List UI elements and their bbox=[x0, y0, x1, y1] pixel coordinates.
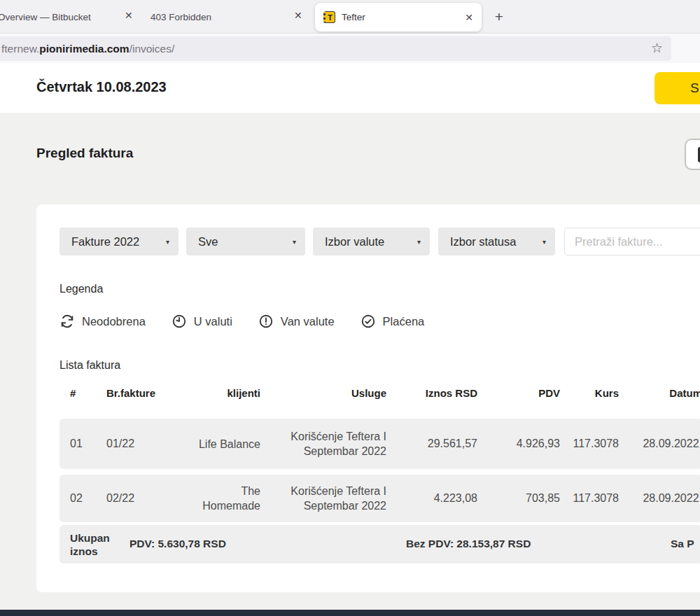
legend-label: U valuti bbox=[194, 315, 232, 328]
kurs-cell: 117.3078 bbox=[560, 438, 619, 450]
tefter-favicon-icon: T bbox=[323, 11, 335, 23]
tab-tefter-title: Tefter bbox=[342, 12, 465, 22]
year-filter-label: Fakture 2022 bbox=[71, 235, 139, 248]
page-content: Pregled faktura Fakture 2022 ▾ Sve ▾ Izb… bbox=[0, 113, 700, 610]
clock-icon bbox=[172, 314, 187, 329]
row-number: 01 bbox=[59, 438, 91, 450]
row-number: 02 bbox=[59, 492, 91, 505]
client-cell: The Homemade bbox=[172, 484, 260, 513]
client-filter-dropdown[interactable]: Sve ▾ bbox=[186, 227, 305, 255]
url-prefix: fternew. bbox=[1, 43, 39, 55]
secondary-action-button[interactable] bbox=[685, 139, 700, 170]
close-icon[interactable]: ✕ bbox=[465, 13, 473, 22]
column-header: Datum bbox=[619, 387, 700, 399]
chevron-down-icon: ▾ bbox=[542, 238, 546, 246]
legend: Neodobrena U valuti Van valute Plaćena bbox=[59, 314, 424, 329]
tab-tefter-active[interactable]: T Tefter ✕ bbox=[315, 3, 482, 31]
currency-filter-dropdown[interactable]: Izbor valute ▾ bbox=[313, 227, 430, 255]
chevron-down-icon: ▾ bbox=[166, 238, 169, 246]
legend-label: Neodobrena bbox=[82, 315, 146, 328]
browser-tab-strip: Overview — Bitbucket ✕ 403 Forbidden ✕ T… bbox=[0, 0, 700, 34]
exclamation-icon bbox=[258, 314, 274, 329]
date-cell: 28.09.2022. bbox=[619, 492, 700, 505]
legend-item-neodobrena: Neodobrena bbox=[59, 314, 146, 329]
browser-toolbar: fternew.pionirimedia.com/invoices/ ☆ bbox=[0, 34, 700, 63]
tab-bitbucket[interactable]: Overview — Bitbucket bbox=[0, 12, 91, 22]
year-filter-dropdown[interactable]: Fakture 2022 ▾ bbox=[59, 227, 178, 255]
url-text: fternew.pionirimedia.com/invoices/ bbox=[1, 43, 174, 55]
summary-sa-pdv-total: Sa P bbox=[671, 538, 694, 550]
column-header: Iznos RSD bbox=[386, 387, 477, 399]
invoice-number: 01/22 bbox=[91, 438, 172, 450]
pdv-cell: 4.926,93 bbox=[477, 438, 560, 450]
app-header: Četvrtak 10.08.2023 S bbox=[0, 63, 700, 113]
close-icon[interactable]: ✕ bbox=[294, 10, 302, 20]
check-icon bbox=[360, 314, 376, 329]
status-filter-dropdown[interactable]: Izbor statusa ▾ bbox=[438, 227, 555, 255]
pdv-cell: 703,85 bbox=[477, 492, 560, 505]
url-domain: pionirimedia.com bbox=[39, 43, 129, 55]
chevron-down-icon: ▾ bbox=[293, 238, 296, 246]
bookmark-star-icon[interactable]: ☆ bbox=[651, 40, 663, 56]
summary-pdv-total: PDV: 5.630,78 RSD bbox=[130, 538, 226, 550]
service-cell: Korišćenje Teftera I Septembar 2022 bbox=[260, 484, 386, 513]
client-cell: Life Balance bbox=[172, 437, 260, 451]
legend-item-u-valuti: U valuti bbox=[172, 314, 232, 329]
invoice-list-title: Lista faktura bbox=[59, 359, 120, 372]
new-tab-icon[interactable]: + bbox=[490, 8, 508, 26]
column-header: PDV bbox=[477, 387, 560, 399]
legend-label: Plaćena bbox=[383, 315, 425, 328]
kurs-cell: 117.3078 bbox=[560, 492, 619, 505]
amount-cell: 29.561,57 bbox=[386, 438, 477, 450]
page-title: Pregled faktura bbox=[36, 146, 133, 161]
close-icon[interactable]: ✕ bbox=[125, 10, 133, 20]
summary-label: Ukupan iznos bbox=[70, 531, 119, 558]
tab-403-forbidden[interactable]: 403 Forbidden bbox=[150, 12, 211, 22]
table-header: # Br.fakture klijenti Usluge Iznos RSD P… bbox=[59, 382, 700, 403]
currency-filter-label: Izbor valute bbox=[325, 235, 384, 248]
column-header: # bbox=[59, 387, 91, 399]
table-row[interactable]: 01 01/22 Life Balance Korišćenje Teftera… bbox=[59, 419, 700, 469]
invoice-number: 02/22 bbox=[91, 492, 172, 505]
column-header: klijenti bbox=[172, 387, 260, 399]
chevron-down-icon: ▾ bbox=[417, 238, 421, 246]
legend-label: Van valute bbox=[281, 315, 335, 328]
column-header: Br.fakture bbox=[91, 387, 172, 399]
search-input[interactable] bbox=[564, 227, 700, 255]
column-header: Usluge bbox=[260, 387, 386, 399]
amount-cell: 4.223,08 bbox=[386, 492, 477, 505]
column-header: Kurs bbox=[560, 387, 619, 399]
primary-action-button[interactable]: S bbox=[654, 72, 700, 104]
service-cell: Korišćenje Teftera I Septembar 2022 bbox=[260, 429, 386, 458]
legend-title: Legenda bbox=[59, 283, 103, 295]
date-cell: 28.09.2022. bbox=[619, 438, 700, 450]
url-path: /invoices/ bbox=[130, 43, 175, 55]
legend-item-van-valute: Van valute bbox=[258, 314, 335, 329]
summary-bez-pdv-total: Bez PDV: 28.153,87 RSD bbox=[406, 538, 531, 550]
invoices-card: Fakture 2022 ▾ Sve ▾ Izbor valute ▾ Izbo… bbox=[36, 204, 700, 592]
table-summary-row: Ukupan iznos PDV: 5.630,78 RSD Bez PDV: … bbox=[59, 525, 700, 564]
taskbar-edge bbox=[0, 610, 700, 616]
refresh-icon bbox=[59, 314, 75, 329]
current-date: Četvrtak 10.08.2023 bbox=[36, 79, 167, 95]
legend-item-placena: Plaćena bbox=[360, 314, 425, 329]
table-row[interactable]: 02 02/22 The Homemade Korišćenje Teftera… bbox=[59, 475, 700, 522]
client-filter-label: Sve bbox=[198, 235, 218, 248]
address-bar[interactable]: fternew.pionirimedia.com/invoices/ ☆ bbox=[0, 36, 671, 61]
status-filter-label: Izbor statusa bbox=[450, 235, 516, 248]
